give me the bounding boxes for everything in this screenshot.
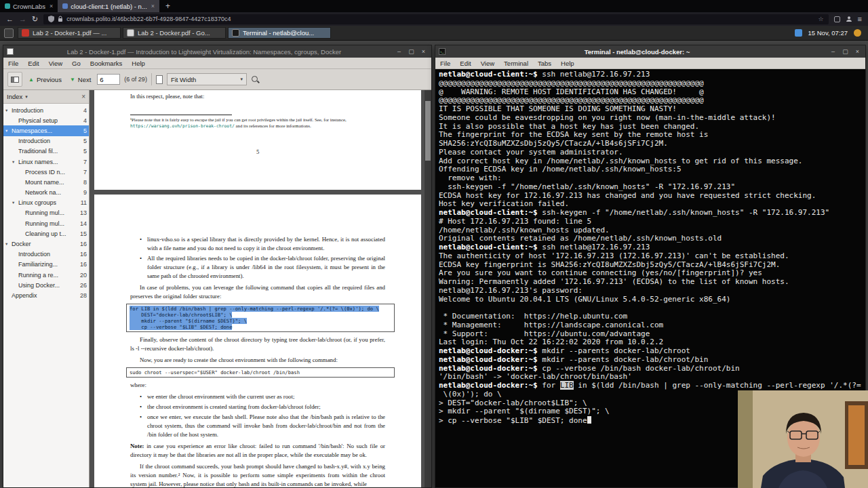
- maximize-button[interactable]: ▢: [841, 48, 850, 55]
- close-button[interactable]: ×: [419, 48, 428, 55]
- index-item[interactable]: ▾Introduction4: [3, 105, 89, 115]
- sidebar-toggle-button[interactable]: [7, 72, 22, 87]
- index-item[interactable]: Cleaning up t...15: [3, 228, 89, 239]
- sidebar-title: Index: [7, 93, 22, 100]
- collapse-icon[interactable]: ▾: [5, 108, 12, 113]
- extensions-icon[interactable]: [834, 16, 840, 22]
- pdf-page-5: In this respect, please, note that: ¹Ple…: [94, 90, 421, 190]
- back-icon[interactable]: ←: [6, 16, 14, 23]
- collapse-icon[interactable]: ▾: [12, 200, 18, 205]
- collapse-icon[interactable]: ▾: [12, 159, 18, 165]
- terminal-line: SHA256:zYcQI8uMZXZsDbj5zQy5/CTaczA/+lB4s…: [439, 140, 864, 148]
- pdf-viewer-window: Lab 2 - Docker-1.pdf — Introduction to L…: [3, 45, 432, 488]
- index-item[interactable]: ▾Docker16: [3, 239, 89, 249]
- search-icon[interactable]: [251, 75, 260, 84]
- pdf-scrollbar[interactable]: [425, 90, 431, 487]
- terminal-titlebar[interactable]: ›_ Terminal - netlab@cloud-docker: ~ – ▢…: [435, 45, 865, 58]
- index-item[interactable]: Running a re...20: [3, 270, 89, 280]
- url-bar[interactable]: crownlabs.polito.it/46bcbb22-6b7f-4928-9…: [43, 14, 828, 24]
- network-icon[interactable]: [795, 29, 802, 37]
- notification-icon[interactable]: [854, 29, 861, 37]
- menu-item-file[interactable]: File: [435, 60, 455, 67]
- where-label: where:: [130, 381, 385, 390]
- zoom-level-select[interactable]: Fit Width▾: [167, 73, 247, 85]
- new-tab-button[interactable]: +: [159, 0, 176, 12]
- menu-item-help[interactable]: Help: [556, 60, 579, 67]
- reload-icon[interactable]: ↻: [32, 16, 38, 23]
- page5-text: In this respect, please, note that:: [130, 93, 204, 100]
- footnote-url[interactable]: https://warsang.ovh/prison-break-chroot/: [130, 123, 235, 129]
- menu-item-view[interactable]: View: [44, 60, 67, 67]
- code-block-2[interactable]: sudo chroot --userspec="$USER" docker-la…: [126, 367, 395, 378]
- pdf-content: In this respect, please, note that: ¹Ple…: [90, 90, 431, 487]
- pdf-titlebar[interactable]: Lab 2 - Docker-1.pdf — Introduction to L…: [3, 45, 431, 58]
- previous-page-button[interactable]: ▲Previous: [26, 76, 64, 83]
- index-item[interactable]: Appendix28: [3, 290, 89, 300]
- index-item[interactable]: Process ID n...7: [3, 167, 89, 177]
- close-button[interactable]: ×: [853, 48, 862, 55]
- terminal-line: netlab@cloud-client:~$ ssh netlab@172.16…: [439, 70, 864, 79]
- bookmark-star-icon[interactable]: ☆: [818, 16, 824, 22]
- scrollbar-thumb[interactable]: [425, 101, 431, 161]
- index-item[interactable]: ▾Linux names...7: [3, 157, 89, 167]
- browser-tab[interactable]: CrownLabs×: [0, 0, 58, 12]
- menu-item-bookmarks[interactable]: Bookmarks: [85, 60, 127, 67]
- shield-icon[interactable]: [48, 16, 54, 22]
- index-item[interactable]: Introduction16: [3, 249, 89, 260]
- next-page-button[interactable]: ▼Next: [68, 76, 93, 83]
- menu-item-terminal[interactable]: Terminal: [499, 60, 533, 67]
- maximize-button[interactable]: ▢: [407, 48, 416, 55]
- shell-prompt: netlab@cloud-client:~$: [439, 208, 538, 217]
- code-block-1[interactable]: for LIB in $(ldd /bin/bash | grep --only…: [126, 304, 395, 332]
- collapse-icon[interactable]: ▾: [5, 241, 12, 247]
- account-icon[interactable]: [846, 16, 852, 22]
- index-item[interactable]: Physical setup4: [3, 115, 89, 125]
- menu-item-go[interactable]: Go: [67, 60, 85, 67]
- tab-close-icon[interactable]: ×: [48, 3, 53, 9]
- menu-item-edit[interactable]: Edit: [455, 60, 475, 67]
- menu-item-file[interactable]: File: [3, 60, 23, 67]
- tab-close-icon[interactable]: ×: [150, 3, 155, 9]
- minimize-button[interactable]: –: [395, 48, 403, 55]
- toolbar-separator: [151, 73, 152, 85]
- terminal-app-icon: ›_: [439, 48, 446, 55]
- index-item[interactable]: Mount name...8: [3, 177, 89, 187]
- pdf-app-icon: [7, 48, 14, 55]
- pdf-window-title: Lab 2 - Docker-1.pdf — Introduction to L…: [17, 48, 391, 56]
- menu-item-tabs[interactable]: Tabs: [533, 60, 556, 67]
- index-item[interactable]: Traditional fil...5: [3, 146, 89, 157]
- index-item[interactable]: Using Docker...26: [3, 280, 89, 290]
- pdf-icon: [22, 29, 29, 37]
- index-item[interactable]: Running mul...13: [3, 208, 89, 218]
- index-item[interactable]: ▾Linux cgroups11: [3, 198, 89, 208]
- sidebar-dropdown-icon[interactable]: ▾: [25, 94, 28, 100]
- code-line: cp --verbose "$LIB" $DEST; done: [130, 324, 391, 330]
- browser-tab[interactable]: cloud-client:1 (netlab) - n...×: [58, 0, 159, 12]
- index-tree: ▾Introduction4Physical setup4▾Namespaces…: [3, 104, 89, 487]
- page5-number: 5: [94, 148, 421, 155]
- menu-icon[interactable]: ≡: [858, 16, 862, 23]
- taskbar-windows: Lab 2 - Docker-1.pdf — ...Lab 2 - Docker…: [18, 27, 331, 39]
- collapse-icon[interactable]: ▾: [5, 128, 12, 134]
- index-item[interactable]: Familiarizing...16: [3, 260, 89, 270]
- zoom-fit-icon[interactable]: [156, 75, 163, 84]
- index-item[interactable]: Running mul...14: [3, 218, 89, 228]
- menu-item-view[interactable]: View: [476, 60, 499, 67]
- index-item[interactable]: Network na...9: [3, 188, 89, 198]
- code-line: sudo chroot --userspec="$USER" docker-la…: [130, 369, 391, 375]
- index-item[interactable]: Introduction5: [3, 136, 89, 146]
- index-item[interactable]: ▾Namespaces...5: [3, 125, 89, 136]
- chevron-down-icon: ▾: [240, 77, 243, 82]
- menu-item-edit[interactable]: Edit: [23, 60, 43, 67]
- selected-code-text: DEST="docker-lab/chroot$LIB"; \: [130, 312, 232, 318]
- menu-item-help[interactable]: Help: [127, 60, 150, 67]
- page-number-input[interactable]: [97, 74, 120, 85]
- sidebar-close-icon[interactable]: ×: [81, 93, 85, 100]
- taskbar-window-button[interactable]: Lab 2 - Docker.pdf - Go...: [123, 27, 226, 39]
- minimize-button[interactable]: –: [829, 48, 837, 55]
- taskbar-window-button[interactable]: Lab 2 - Docker-1.pdf — ...: [18, 27, 121, 39]
- applications-icon[interactable]: [4, 28, 14, 38]
- forward-icon[interactable]: →: [19, 16, 26, 23]
- next-label: Next: [78, 76, 92, 83]
- taskbar-window-button[interactable]: Terminal - netlab@clou...: [228, 27, 331, 39]
